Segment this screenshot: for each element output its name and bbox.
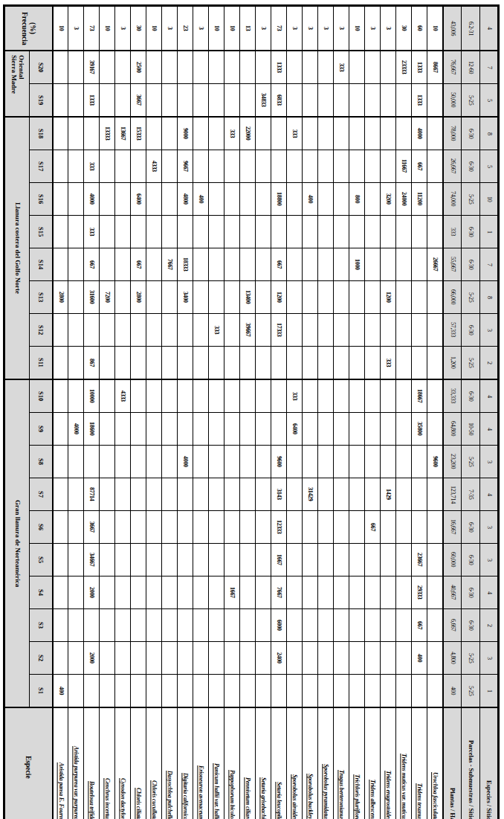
site-data-cell bbox=[287, 576, 303, 609]
cell-text: 23 bbox=[182, 25, 189, 30]
cell-text: Pennisetum ciliare bbox=[245, 777, 251, 819]
site-data-cell bbox=[100, 84, 115, 118]
site-data-cell bbox=[365, 84, 381, 118]
cell-text: S17 bbox=[37, 161, 44, 171]
site-data-cell bbox=[53, 314, 68, 347]
summary-value-cell: 16,667 bbox=[443, 511, 462, 544]
site-data-cell bbox=[287, 281, 303, 314]
summary-value-cell: 60,000 bbox=[443, 544, 462, 576]
summary-value-cell: 5-25 bbox=[462, 446, 480, 478]
site-data-cell bbox=[381, 117, 396, 150]
cell-text: 73 bbox=[88, 25, 95, 30]
frequency-value-cell: 3 bbox=[381, 6, 396, 51]
site-data-cell bbox=[271, 675, 287, 708]
frequency-value-cell: 10 bbox=[100, 6, 115, 51]
site-data-cell bbox=[53, 544, 68, 576]
site-data-cell bbox=[365, 248, 381, 281]
site-data-cell bbox=[365, 675, 381, 708]
cell-text: 3667 bbox=[135, 94, 142, 106]
site-data-cell bbox=[240, 609, 256, 642]
site-data-cell bbox=[146, 478, 162, 511]
site-data-cell bbox=[256, 478, 271, 511]
summary-value-cell: 3 bbox=[480, 314, 499, 347]
frequency-value-cell: 3 bbox=[365, 6, 381, 51]
site-data-cell bbox=[365, 117, 381, 150]
site-data-cell: 400 bbox=[53, 675, 68, 708]
summary-value-cell: 76,667 bbox=[443, 51, 462, 84]
cell-text: 3 bbox=[291, 27, 298, 30]
site-data-cell bbox=[68, 117, 84, 150]
summary-frecuencia-cell: 4 bbox=[480, 6, 499, 51]
summary-value-cell: 5 bbox=[480, 84, 499, 118]
site-data-cell bbox=[193, 478, 209, 511]
site-data-cell: 18667 bbox=[412, 379, 427, 413]
site-data-cell bbox=[303, 609, 318, 642]
site-data-cell bbox=[318, 281, 334, 314]
site-data-cell bbox=[396, 544, 412, 576]
region-group-label: Llanura costera del Golfo Norte bbox=[4, 117, 30, 379]
site-data-cell bbox=[349, 150, 365, 183]
site-data-cell bbox=[427, 609, 443, 642]
site-data-cell bbox=[193, 51, 209, 84]
cell-text: 1 bbox=[485, 231, 492, 234]
summary-value-cell: 8 bbox=[480, 281, 499, 314]
site-data-cell bbox=[412, 248, 427, 281]
cell-text: 3 bbox=[385, 27, 392, 30]
frequency-value-cell: 10 bbox=[224, 6, 240, 51]
cell-text: 667 bbox=[276, 260, 282, 269]
site-data-cell bbox=[53, 117, 68, 150]
site-data-cell bbox=[162, 347, 178, 380]
site-data-cell bbox=[178, 379, 193, 413]
summary-value-cell: 6-30 bbox=[462, 576, 480, 609]
summary-value-cell: 333 bbox=[443, 216, 462, 248]
site-data-cell: 13333 bbox=[100, 117, 115, 150]
cell-text: 55,667 bbox=[449, 257, 456, 272]
cell-text: 8 bbox=[485, 132, 492, 135]
summary-value-cell: 6,667 bbox=[443, 609, 462, 642]
site-data-cell: 29333 bbox=[412, 576, 427, 609]
site-data-cell bbox=[349, 675, 365, 708]
cell-text: S7 bbox=[37, 491, 44, 498]
cell-text: 10 bbox=[104, 25, 111, 30]
site-data-cell bbox=[162, 413, 178, 446]
cell-text: Cynodon dactylon bbox=[120, 778, 126, 819]
site-data-cell: 1000 bbox=[349, 248, 365, 281]
site-data-cell bbox=[84, 446, 100, 478]
site-data-cell bbox=[240, 642, 256, 675]
site-data-cell bbox=[193, 609, 209, 642]
site-data-cell bbox=[100, 150, 115, 183]
site-data-cell bbox=[334, 117, 349, 150]
site-data-cell bbox=[162, 609, 178, 642]
site-data-cell: 34667 bbox=[84, 544, 100, 576]
site-data-cell: 4000 bbox=[178, 446, 193, 478]
cell-text: S4 bbox=[37, 589, 44, 596]
cell-text: S9 bbox=[37, 425, 44, 432]
site-data-cell bbox=[224, 544, 240, 576]
cell-text: 12-60 bbox=[468, 61, 474, 74]
cell-text: 6400 bbox=[135, 193, 142, 205]
site-data-cell bbox=[334, 150, 349, 183]
site-data-cell bbox=[365, 216, 381, 248]
site-data-cell: 8667 bbox=[427, 51, 443, 84]
frecuencia-header: Frecuencia(%) bbox=[4, 6, 53, 51]
summary-value-cell: 6-30 bbox=[462, 314, 480, 347]
cell-text: 18600 bbox=[88, 422, 95, 436]
site-data-cell bbox=[318, 675, 334, 708]
site-label: S20 bbox=[30, 51, 53, 84]
cell-text: 3 bbox=[167, 27, 173, 30]
site-data-cell bbox=[224, 314, 240, 347]
site-data-cell bbox=[318, 347, 334, 380]
frecuencia-unit: (%) bbox=[29, 22, 36, 34]
site-data-cell bbox=[178, 478, 193, 511]
cell-text: 76,667 bbox=[449, 60, 456, 74]
site-data-cell bbox=[53, 446, 68, 478]
cell-text: 667 bbox=[416, 162, 423, 170]
site-label: S6 bbox=[30, 511, 53, 544]
site-data-cell bbox=[318, 544, 334, 576]
site-data-cell bbox=[224, 84, 240, 118]
cell-text: Tridens muticus var. muticus bbox=[401, 754, 407, 819]
cell-text: Tridens texanus bbox=[416, 783, 423, 819]
site-data-cell bbox=[178, 511, 193, 544]
cell-text: 4000 bbox=[88, 193, 95, 205]
summary-value-cell: 4,800 bbox=[443, 642, 462, 675]
